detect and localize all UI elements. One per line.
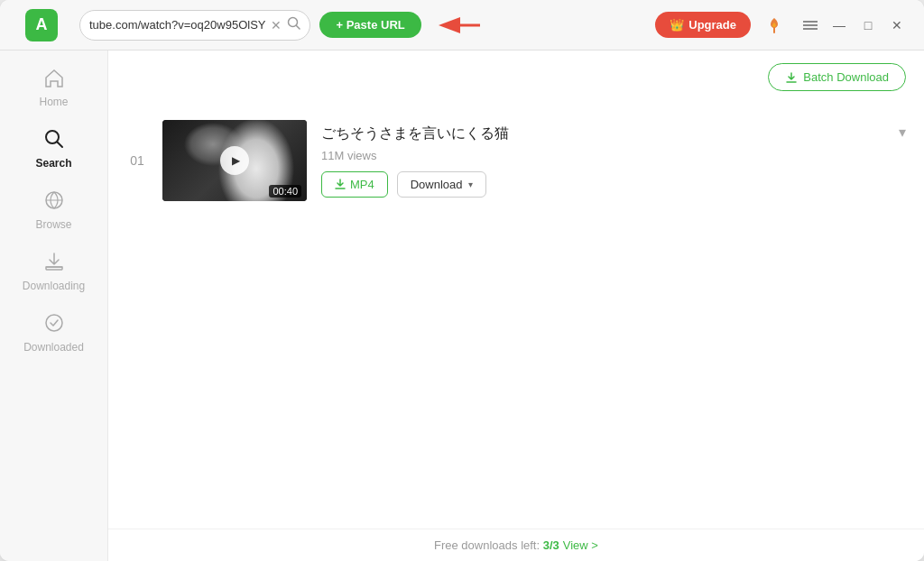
view-link[interactable]: View >: [563, 538, 598, 552]
sidebar-downloaded-label: Downloaded: [23, 341, 84, 354]
svg-rect-12: [46, 267, 62, 270]
sidebar-item-downloaded[interactable]: Downloaded: [0, 303, 107, 361]
video-thumbnail[interactable]: ▶ 00:40: [162, 120, 307, 201]
app-body: Home Search: [0, 51, 924, 561]
sidebar-item-browse[interactable]: Browse: [0, 180, 107, 238]
minimize-button[interactable]: —: [827, 13, 852, 38]
video-actions: MP4 Download ▾: [321, 171, 884, 198]
batch-download-button[interactable]: Batch Download: [768, 63, 906, 91]
upgrade-icon: 👑: [670, 18, 684, 32]
download-dropdown-button[interactable]: Download ▾: [397, 171, 486, 198]
logo-area: A: [14, 9, 69, 41]
downloading-icon: [43, 251, 65, 276]
url-input-wrap: tube.com/watch?v=oq20w95OlSY ✕: [79, 10, 310, 41]
sidebar-downloading-label: Downloading: [23, 280, 85, 292]
window-controls: — □ ✕: [798, 13, 910, 38]
url-search-button[interactable]: [287, 16, 300, 33]
sidebar-browse-label: Browse: [35, 218, 71, 231]
url-bar-area: tube.com/watch?v=oq20w95OlSY ✕ + Paste U…: [79, 10, 485, 41]
video-duration: 00:40: [269, 185, 301, 198]
upgrade-button[interactable]: 👑 Upgrade: [655, 12, 751, 38]
sidebar: Home Search: [0, 51, 108, 561]
downloaded-icon: [43, 312, 65, 337]
close-button[interactable]: ✕: [884, 13, 910, 38]
toolbar-row: Batch Download: [108, 51, 924, 98]
home-icon: [43, 69, 65, 92]
svg-point-13: [46, 315, 62, 331]
sidebar-search-label: Search: [35, 157, 71, 170]
title-bar: A tube.com/watch?v=oq20w95OlSY ✕ + Paste…: [0, 0, 924, 51]
clear-url-button[interactable]: ✕: [271, 19, 282, 32]
video-list: 01 ▶ 00:40 ごちそうさまを言いにくる猫 11M views: [108, 98, 924, 529]
table-row: 01 ▶ 00:40 ごちそうさまを言いにくる猫 11M views: [126, 107, 906, 214]
mp4-button[interactable]: MP4: [321, 171, 388, 198]
footer: Free downloads left: 3/3View >: [108, 529, 924, 561]
expand-button[interactable]: ▾: [899, 120, 906, 141]
arrow-indicator: [430, 12, 485, 39]
sidebar-item-search[interactable]: Search: [0, 119, 107, 177]
main-content: Batch Download 01 ▶ 00:40 ごちそうさまを言いにくる猫 …: [108, 51, 924, 561]
maximize-button[interactable]: □: [855, 13, 881, 38]
svg-line-1: [297, 26, 300, 30]
sidebar-item-home[interactable]: Home: [0, 60, 107, 115]
play-button[interactable]: ▶: [220, 146, 249, 175]
search-icon: [43, 128, 65, 153]
video-title: ごちそうさまを言いにくる猫: [321, 124, 884, 143]
sidebar-item-downloading[interactable]: Downloading: [0, 242, 107, 299]
chevron-down-icon: ▾: [468, 179, 473, 189]
video-info: ごちそうさまを言いにくる猫 11M views MP4: [321, 124, 884, 198]
browse-icon: [43, 189, 65, 215]
menu-icon[interactable]: [762, 13, 787, 38]
svg-line-9: [57, 143, 62, 148]
download-count: 3/3: [543, 538, 559, 552]
sidebar-home-label: Home: [39, 96, 68, 108]
video-number: 01: [126, 153, 148, 168]
paste-url-button[interactable]: + Paste URL: [319, 12, 420, 38]
red-arrow-icon: [430, 12, 485, 39]
logo-icon: A: [25, 9, 58, 41]
menu-button[interactable]: [798, 13, 823, 38]
app-window: A tube.com/watch?v=oq20w95OlSY ✕ + Paste…: [0, 0, 924, 561]
video-views: 11M views: [321, 149, 884, 162]
url-display: tube.com/watch?v=oq20w95OlSY: [89, 18, 265, 32]
